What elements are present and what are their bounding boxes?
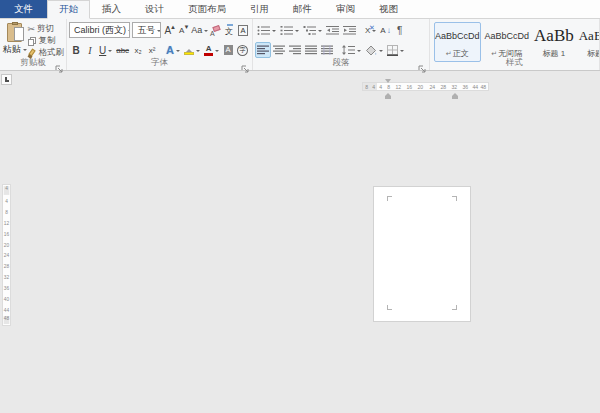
chevron-down-icon — [108, 50, 112, 54]
phonetic-guide-icon: 文 — [225, 23, 233, 37]
numbering-icon — [280, 25, 293, 36]
tab-references[interactable]: 引用 — [238, 0, 281, 18]
bullets-button[interactable] — [255, 22, 278, 38]
paragraph-dialog-launcher-icon[interactable] — [418, 60, 427, 69]
distributed-button[interactable] — [319, 42, 335, 58]
bullets-icon — [257, 25, 270, 36]
borders-icon — [387, 45, 398, 56]
tab-stop-icon — [5, 77, 9, 82]
increase-indent-icon — [343, 25, 356, 36]
horizontal-ruler[interactable]: 8 4 4 8 12 16 20 24 28 32 36 44 48 — [362, 82, 489, 91]
style-preview: AaBbCcDd — [435, 23, 480, 48]
style-no-spacing[interactable]: AaBbCcDd ↵无间隔 — [484, 22, 531, 62]
crop-mark-icon — [387, 196, 392, 201]
chevron-down-icon — [379, 50, 383, 54]
copy-icon — [28, 37, 36, 46]
phonetic-guide-button[interactable]: 文 — [222, 22, 236, 38]
chevron-down-icon — [128, 30, 130, 34]
chevron-down-icon — [215, 50, 219, 54]
bold-button[interactable]: B — [69, 42, 83, 58]
text-highlight-button[interactable] — [182, 42, 202, 58]
word-window: 文件 开始 插入 设计 页面布局 引用 邮件 审阅 视图 粘贴 ✂ 剪切 复制 — [0, 0, 600, 413]
character-border-button[interactable]: A — [236, 22, 250, 38]
tab-mailings[interactable]: 邮件 — [281, 0, 324, 18]
tab-review[interactable]: 审阅 — [324, 0, 367, 18]
copy-label: 复制 — [39, 35, 56, 47]
font-size-combo[interactable]: 五号 — [132, 22, 161, 38]
underline-button[interactable]: U — [97, 42, 114, 58]
increase-indent-button[interactable] — [341, 22, 358, 38]
decrease-indent-button[interactable] — [324, 22, 341, 38]
tab-view[interactable]: 视图 — [367, 0, 410, 18]
clear-formatting-button[interactable]: A — [208, 22, 222, 38]
chevron-down-icon — [295, 30, 299, 34]
style-heading-1[interactable]: AaBb 标题 1 — [533, 22, 575, 62]
shrink-font-button[interactable]: A▼ — [177, 22, 191, 38]
clipboard-dialog-launcher-icon[interactable] — [55, 60, 64, 69]
enclose-characters-button[interactable]: 字 — [235, 42, 250, 58]
chevron-down-icon — [196, 50, 200, 54]
superscript-button[interactable]: x² — [145, 42, 159, 58]
font-color-button[interactable]: A — [202, 42, 221, 58]
line-spacing-button[interactable] — [340, 42, 363, 58]
tab-stop-selector[interactable] — [1, 74, 12, 85]
chevron-down-icon — [357, 50, 361, 54]
chevron-down-icon — [318, 30, 322, 34]
tab-design[interactable]: 设计 — [133, 0, 176, 18]
style-heading-2[interactable]: AaBbC 标题 2 — [578, 22, 600, 62]
font-color-icon: A — [204, 45, 213, 56]
chevron-down-icon — [272, 30, 276, 34]
align-right-button[interactable] — [287, 42, 303, 58]
style-normal[interactable]: AaBbCcDd ↵正文 — [434, 22, 481, 62]
left-indent-marker[interactable] — [385, 90, 391, 99]
character-shading-button[interactable]: A — [221, 42, 235, 58]
paint-bucket-icon — [365, 45, 377, 56]
first-line-indent-marker[interactable] — [385, 79, 391, 86]
ribbon: 粘贴 ✂ 剪切 复制 格式刷 剪贴板 — [0, 19, 600, 71]
align-left-button[interactable] — [255, 42, 271, 58]
numbering-button[interactable] — [278, 22, 301, 38]
chevron-down-icon — [157, 30, 161, 34]
paragraph-group-label: 段落 — [253, 57, 429, 69]
paste-button[interactable]: 粘贴 — [2, 21, 28, 58]
tab-insert[interactable]: 插入 — [90, 0, 133, 18]
paragraph-style-mark-icon: ↵ — [446, 50, 452, 57]
italic-button[interactable]: I — [83, 42, 97, 58]
vertical-ruler[interactable]: 4 4 8 12 16 20 24 28 32 36 40 44 48 — [2, 184, 11, 326]
group-clipboard: 粘贴 ✂ 剪切 复制 格式刷 剪贴板 — [0, 19, 67, 70]
tab-page-layout[interactable]: 页面布局 — [176, 0, 238, 18]
ruler-scale: 4 8 12 16 20 24 28 32 36 — [377, 83, 471, 90]
grow-font-button[interactable]: A▲ — [163, 22, 177, 38]
change-case-button[interactable]: Aa — [191, 22, 208, 38]
justify-button[interactable] — [303, 42, 319, 58]
sort-button[interactable]: A↓ — [378, 22, 392, 38]
tab-file[interactable]: 文件 — [0, 0, 47, 18]
asian-layout-button[interactable]: X✕ — [363, 22, 378, 38]
align-center-icon — [273, 45, 285, 55]
text-effects-icon: A — [166, 44, 174, 56]
pilcrow-icon: ¶ — [397, 25, 402, 36]
subscript-button[interactable]: x₂ — [131, 42, 145, 58]
copy-button[interactable]: 复制 — [28, 35, 65, 47]
right-indent-marker[interactable] — [452, 90, 458, 99]
align-center-button[interactable] — [271, 42, 287, 58]
justify-icon — [305, 45, 317, 55]
shading-button[interactable] — [363, 42, 385, 58]
align-left-icon — [257, 45, 269, 55]
distributed-icon — [321, 45, 333, 55]
ruler-bottom-margin: 48 — [4, 316, 10, 324]
document-page[interactable] — [373, 186, 471, 322]
borders-button[interactable] — [385, 42, 406, 58]
sort-icon: A — [380, 26, 385, 35]
chevron-down-icon — [176, 50, 180, 54]
strikethrough-button[interactable]: abc — [114, 42, 131, 58]
ribbon-tab-bar: 文件 开始 插入 设计 页面布局 引用 邮件 审阅 视图 — [0, 0, 600, 19]
text-effects-button[interactable]: A — [164, 42, 182, 58]
cut-button[interactable]: ✂ 剪切 — [28, 23, 65, 35]
font-dialog-launcher-icon[interactable] — [241, 60, 250, 69]
tab-home[interactable]: 开始 — [47, 0, 90, 19]
show-hide-marks-button[interactable]: ¶ — [393, 22, 407, 38]
font-name-combo[interactable]: Calibri (西文) — [69, 22, 130, 38]
ruler-left-margin: 8 4 — [363, 83, 377, 90]
multilevel-list-button[interactable] — [301, 22, 324, 38]
